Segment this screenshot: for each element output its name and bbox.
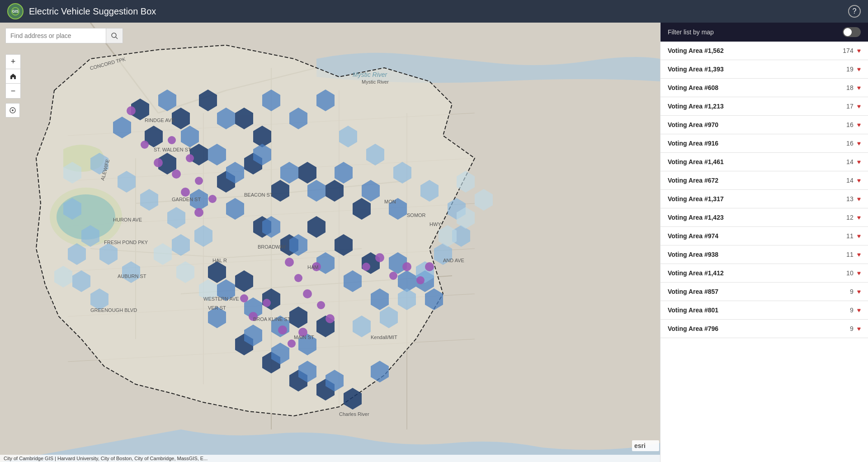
voting-area-name: Voting Area #796 [668, 325, 718, 332]
svg-point-149 [416, 276, 425, 284]
voting-area-name: Voting Area #1,562 [668, 47, 724, 54]
heart-icon: ♥ [857, 232, 861, 240]
sidebar-header: Filter list by map [660, 23, 868, 42]
voting-area-name: Voting Area #1,317 [668, 195, 724, 203]
zoom-in-button[interactable]: + [6, 55, 20, 69]
vote-count: 11 [846, 251, 854, 258]
voting-item[interactable]: Voting Area #1,213 17 ♥ [660, 97, 868, 116]
voting-area-right: 174 ♥ [843, 47, 861, 54]
voting-item[interactable]: Voting Area #970 16 ♥ [660, 116, 868, 134]
attribution-text: City of Cambridge GIS | Harvard Universi… [4, 456, 208, 461]
voting-item[interactable]: Voting Area #1,562 174 ♥ [660, 42, 868, 60]
voting-area-name: Voting Area #1,423 [668, 214, 724, 221]
svg-text:HAM: HAM [307, 264, 318, 270]
voting-area-name: Voting Area #857 [668, 288, 718, 295]
voting-item[interactable]: Voting Area #801 9 ♥ [660, 301, 868, 320]
svg-point-139 [240, 294, 248, 302]
voting-item[interactable]: Voting Area #608 18 ♥ [660, 79, 868, 97]
map-canvas: CONCORD TPK ALEWIFE RINDGE AVE ST. WALDE… [0, 23, 660, 462]
vote-count: 14 [846, 158, 854, 165]
svg-point-150 [425, 262, 434, 271]
voting-item[interactable]: Voting Area #916 16 ♥ [660, 134, 868, 153]
svg-point-137 [317, 301, 325, 309]
heart-icon: ♥ [857, 47, 861, 54]
svg-point-133 [285, 258, 294, 267]
svg-point-179 [12, 109, 14, 111]
svg-point-128 [186, 154, 194, 162]
voting-area-right: 17 ♥ [846, 103, 861, 110]
zoom-out-button[interactable]: − [6, 84, 20, 98]
svg-text:AND AVE: AND AVE [443, 258, 464, 263]
svg-text:MAIN ST: MAIN ST [294, 335, 314, 340]
voting-item[interactable]: Voting Area #1,317 13 ♥ [660, 190, 868, 208]
svg-text:Kendall/MIT: Kendall/MIT [371, 335, 397, 340]
heart-icon: ♥ [857, 103, 861, 110]
svg-point-136 [303, 289, 312, 298]
voting-area-right: 11 ♥ [846, 232, 861, 240]
vote-count: 9 [850, 325, 854, 332]
voting-item[interactable]: Voting Area #1,393 19 ♥ [660, 60, 868, 79]
svg-point-127 [172, 170, 181, 179]
svg-text:VER ST: VER ST [208, 305, 226, 311]
svg-point-138 [326, 314, 335, 323]
voting-area-right: 10 ♥ [846, 269, 861, 277]
svg-point-146 [375, 253, 384, 262]
filter-toggle[interactable] [843, 27, 861, 37]
svg-text:BEACON ST: BEACON ST [244, 192, 273, 198]
voting-item[interactable]: Voting Area #1,461 14 ♥ [660, 153, 868, 171]
esri-logo: esri [632, 440, 659, 453]
svg-text:HURON AVE: HURON AVE [113, 217, 142, 222]
svg-text:Mystic River: Mystic River [362, 79, 389, 85]
voting-item[interactable]: Voting Area #672 14 ♥ [660, 171, 868, 190]
svg-point-131 [194, 208, 203, 217]
svg-text:SOMOR: SOMOR [407, 212, 426, 218]
svg-point-176 [112, 33, 116, 38]
vote-count: 10 [846, 269, 854, 277]
heart-icon: ♥ [857, 66, 861, 73]
home-icon [9, 73, 17, 80]
app-title: Electric Vehicle Suggestion Box [29, 6, 156, 17]
location-button[interactable] [5, 103, 20, 118]
voting-item[interactable]: Voting Area #974 11 ♥ [660, 227, 868, 245]
svg-text:ST. WALDEN ST: ST. WALDEN ST [154, 147, 191, 152]
vote-count: 19 [846, 66, 854, 73]
svg-text:WESTERN AVE: WESTERN AVE [203, 296, 239, 302]
svg-point-145 [362, 263, 370, 271]
voting-area-name: Voting Area #1,412 [668, 269, 724, 277]
voting-area-name: Voting Area #1,393 [668, 66, 724, 73]
svg-text:GREENOUGH BLVD: GREENOUGH BLVD [90, 307, 137, 313]
svg-point-130 [195, 177, 203, 185]
voting-area-right: 9 ♥ [850, 288, 861, 295]
heart-icon: ♥ [857, 121, 861, 128]
svg-text:Mystic River: Mystic River [353, 71, 388, 78]
search-button[interactable] [106, 28, 123, 43]
voting-item[interactable]: Voting Area #796 9 ♥ [660, 320, 868, 338]
svg-text:RINDGE AVE: RINDGE AVE [145, 118, 175, 123]
svg-text:FRESH POND PKY: FRESH POND PKY [104, 240, 148, 245]
search-input[interactable] [6, 28, 106, 43]
help-button[interactable]: ? [848, 5, 861, 18]
heart-icon: ♥ [857, 214, 861, 221]
location-icon [9, 107, 16, 114]
voting-item[interactable]: Voting Area #857 9 ♥ [660, 283, 868, 301]
voting-item[interactable]: Voting Area #938 11 ♥ [660, 245, 868, 264]
heart-icon: ♥ [857, 158, 861, 165]
heart-icon: ♥ [857, 177, 861, 184]
search-box[interactable] [5, 28, 123, 43]
map-area[interactable]: CONCORD TPK ALEWIFE RINDGE AVE ST. WALDE… [0, 23, 660, 462]
vote-count: 16 [846, 140, 854, 147]
vote-count: 12 [846, 214, 854, 221]
vote-count: 13 [846, 195, 854, 203]
voting-area-right: 16 ♥ [846, 140, 861, 147]
heart-icon: ♥ [857, 251, 861, 258]
app-header: GIS Electric Vehicle Suggestion Box ? [0, 0, 868, 23]
zoom-home-button[interactable] [6, 69, 20, 84]
voting-area-right: 14 ♥ [846, 177, 861, 184]
voting-item[interactable]: Voting Area #1,412 10 ♥ [660, 264, 868, 283]
voting-area-name: Voting Area #974 [668, 232, 718, 240]
filter-label: Filter list by map [668, 28, 714, 36]
svg-point-124 [141, 141, 149, 149]
voting-area-right: 19 ♥ [846, 66, 861, 73]
voting-item[interactable]: Voting Area #1,423 12 ♥ [660, 208, 868, 227]
voting-area-right: 14 ♥ [846, 158, 861, 165]
